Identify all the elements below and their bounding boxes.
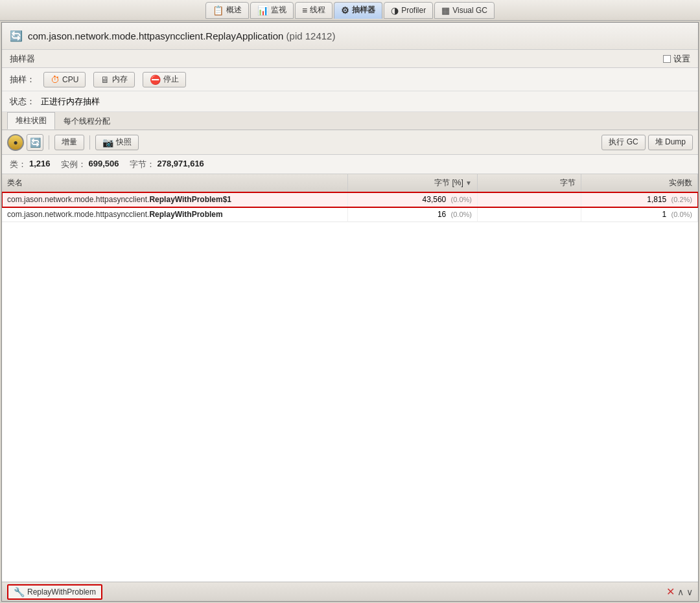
heap-view-label: 堆柱状图 [16,116,47,125]
col-bytes-pct-label: 字节 [%] [434,178,463,187]
tab-visualgc[interactable]: ▦ Visual GC [434,2,495,19]
visualgc-icon: ▦ [441,5,450,16]
record-button[interactable]: ● [7,134,24,151]
bytes-pct-1: (0.0%) [451,196,472,203]
status-bar-controls: ✕ ∧ ∨ [666,586,693,598]
settings-checkbox[interactable] [663,55,671,63]
stats-instance: 实例： 699,506 [61,159,119,170]
instance-value: 699,506 [89,159,119,170]
tab-overview-label: 概述 [226,5,242,16]
toolbar-separator-1 [49,135,49,150]
class-suffix-2: ReplayWithProblem [149,210,222,219]
cpu-icon: ⏱ [51,74,60,85]
tab-sampler-label: 抽样器 [352,5,375,16]
cpu-button-label: CPU [62,75,78,84]
profiler-icon: ◑ [391,5,399,16]
snapshot-button-label: 快照 [116,137,132,148]
status-value: 正进行内存抽样 [41,96,100,108]
instance-label: 实例： [61,159,86,170]
view-tab-bar: 堆柱状图 每个线程分配 [2,112,698,130]
sample-label: 抽样： [10,74,36,85]
title-bar: 🔄 com.jason.network.mode.httpasyncclient… [2,23,698,50]
app-icon: 🔄 [10,30,23,42]
stop-icon: ⛔ [150,74,161,85]
tab-sampler[interactable]: ⚙ 抽样器 [334,2,382,19]
delta-button-label: 增量 [62,137,77,148]
data-table: 类名 字节 [%] ▼ 字节 实例数 [2,174,698,222]
heap-dump-button-label: 堆 Dump [655,137,686,148]
sampler-section-label: 抽样器 [10,53,35,65]
status-bar-text: ReplayWithProblem [27,587,96,597]
sample-buttons-row: 抽样： ⏱ CPU 🖥 内存 ⛔ 停止 [2,68,698,91]
class-label: 类： [10,159,27,170]
status-bar: 🔧 ReplayWithProblem ✕ ∧ ∨ [2,582,698,601]
tab-overview[interactable]: 📋 概述 [205,2,249,19]
stats-class: 类： 1,216 [10,159,51,170]
col-bytes-label: 字节 [560,178,576,187]
status-row: 状态： 正进行内存抽样 [2,91,698,112]
bytes-value: 278,971,616 [158,159,204,170]
nav-up-icon[interactable]: ∧ [677,587,684,597]
class-prefix-2: com.jason.network.mode.httpasyncclient. [7,210,149,219]
stop-button[interactable]: ⛔ 停止 [143,72,186,87]
main-window: 🔄 com.jason.network.mode.httpasyncclient… [1,22,699,602]
cell-bytes-pct-2: 16 (0.0%) [348,207,478,222]
col-classname[interactable]: 类名 [2,174,348,192]
cell-instances-1: 1,815 (0.2%) [581,192,698,207]
cpu-button[interactable]: ⏱ CPU [43,72,86,87]
col-bytes[interactable]: 字节 [478,174,581,192]
instances-val-2: 1 [662,210,667,219]
tab-profiler[interactable]: ◑ Profiler [384,2,433,19]
tab-monitor-label: 监视 [271,5,286,16]
instances-val-1: 1,815 [647,195,666,204]
settings-area: 设置 [663,53,690,65]
close-icon[interactable]: ✕ [666,586,675,598]
memory-button[interactable]: 🖥 内存 [93,72,135,87]
tab-per-thread[interactable]: 每个线程分配 [55,113,119,130]
memory-button-label: 内存 [112,74,128,85]
snapshot-button[interactable]: 📷 快照 [95,135,139,150]
table-header-row: 类名 字节 [%] ▼ 字节 实例数 [2,174,698,192]
tab-heap-view[interactable]: 堆柱状图 [7,112,55,130]
bytes-label: 字节： [130,159,155,170]
bytes-pct-2: (0.0%) [451,210,472,218]
cell-bytes-1 [478,192,581,207]
run-gc-button-label: 执行 GC [609,137,638,148]
tab-threads[interactable]: ≡ 线程 [295,2,332,19]
col-instances[interactable]: 实例数 [581,174,698,192]
stop-button-label: 停止 [163,74,179,85]
class-suffix-1: ReplayWithProblem$1 [149,195,231,204]
col-bytes-pct[interactable]: 字节 [%] ▼ [348,174,478,192]
bytes-val-2: 16 [438,210,446,219]
overview-icon: 📋 [213,5,224,16]
instances-pct-1: (0.2%) [671,196,692,203]
monitor-icon: 📊 [257,5,268,16]
per-thread-label: 每个线程分配 [64,117,110,126]
run-gc-button[interactable]: 执行 GC [601,135,645,150]
class-prefix-1: com.jason.network.mode.httpasyncclient. [7,195,149,204]
tab-visualgc-label: Visual GC [452,6,487,15]
delta-button[interactable]: 增量 [54,135,84,150]
tab-monitor[interactable]: 📊 监视 [250,2,294,19]
cell-bytes-pct-1: 43,560 (0.0%) [348,192,478,207]
table-row[interactable]: com.jason.network.mode.httpasyncclient.R… [2,207,698,222]
sort-down-icon: ▼ [465,179,472,187]
table-row[interactable]: com.jason.network.mode.httpasyncclient.R… [2,192,698,207]
toolbar-separator-2 [89,135,90,150]
toolbar: ● 🔄 增量 📷 快照 执行 GC 堆 Dump [2,130,698,155]
class-value: 1,216 [29,159,51,170]
heap-dump-button[interactable]: 堆 Dump [648,135,693,150]
refresh-button[interactable]: 🔄 [27,134,43,151]
tab-threads-label: 线程 [310,5,325,16]
instances-pct-2: (0.0%) [671,210,692,218]
tab-profiler-label: Profiler [401,6,426,15]
snapshot-icon: 📷 [102,137,113,148]
app-title: com.jason.network.mode.httpasyncclient.R… [28,30,335,41]
stats-bytes: 字节： 278,971,616 [130,159,204,170]
toolbar-right: 执行 GC 堆 Dump [601,135,693,150]
cell-classname-1: com.jason.network.mode.httpasyncclient.R… [2,192,348,207]
pid-label: (pid 12412) [286,30,336,41]
cell-instances-2: 1 (0.0%) [581,207,698,222]
top-nav-bar: 📋 概述 📊 监视 ≡ 线程 ⚙ 抽样器 ◑ Profiler ▦ Visual… [0,0,700,21]
nav-down-icon[interactable]: ∨ [686,587,693,597]
